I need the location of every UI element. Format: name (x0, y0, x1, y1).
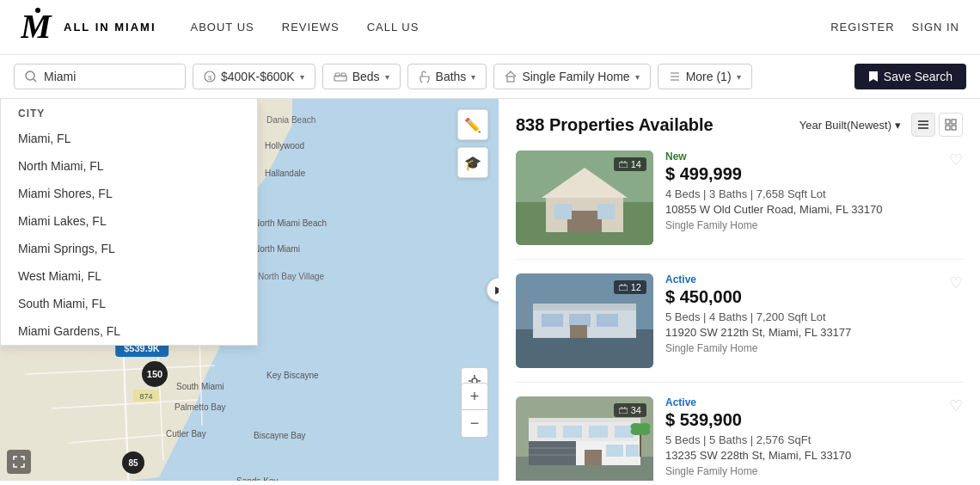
more-filter-button[interactable]: More (1) ▾ (658, 64, 752, 89)
map-zoom-in-button[interactable]: + (461, 383, 488, 410)
list-view-button[interactable] (911, 113, 935, 137)
map-edit-button[interactable]: ✏️ (457, 109, 488, 140)
svg-rect-59 (567, 211, 602, 232)
main-nav: ABOUT US REVIEWS CALL US (191, 21, 420, 34)
property-info-2: Active $ 539,900 5 Beds | 5 Baths | 2,57… (665, 396, 963, 481)
logo: M ALL IN MIAMI (21, 5, 156, 49)
property-address-2: 13235 SW 228th St, Miami, FL 33170 (665, 449, 963, 462)
price-label: $400K-$600K (221, 70, 295, 83)
dollar-icon: $ (204, 71, 216, 83)
grid-view-icon (945, 119, 957, 131)
svg-rect-49 (918, 124, 928, 126)
map-layers-button[interactable]: 🎓 (457, 147, 488, 178)
favorite-button-0[interactable]: ♡ (949, 150, 963, 169)
listings-header: 838 Properties Available Year Built(Newe… (516, 113, 963, 137)
svg-rect-54 (952, 126, 956, 130)
svg-text:$: $ (208, 74, 212, 82)
main-content: City Miami, FL North Miami, FL Miami Sho… (0, 99, 980, 481)
grid-view-button[interactable] (939, 113, 963, 137)
svg-rect-87 (626, 445, 639, 457)
svg-rect-80 (589, 426, 608, 438)
save-search-button[interactable]: Save Search (854, 64, 966, 89)
city-item-2[interactable]: Miami Shores, FL (1, 180, 257, 207)
city-item-5[interactable]: West Miami, FL (1, 262, 257, 290)
svg-rect-86 (606, 445, 623, 457)
svg-text:Hallandale: Hallandale (265, 169, 306, 178)
cluster-marker-85[interactable]: 85 (122, 451, 144, 474)
svg-rect-60 (554, 204, 572, 219)
header-left: M ALL IN MIAMI ABOUT US REVIEWS CALL US (21, 5, 419, 49)
bed-icon (334, 71, 347, 82)
baths-chevron-icon: ▾ (471, 72, 475, 82)
register-button[interactable]: REGISTER (830, 21, 894, 34)
property-info-0: New $ 499,999 4 Beds | 3 Baths | 7,658 S… (665, 150, 963, 245)
price-chevron-icon: ▾ (300, 72, 304, 82)
status-badge-1: Active (665, 273, 963, 285)
home-type-chevron-icon: ▾ (635, 72, 640, 82)
svg-rect-72 (619, 285, 628, 291)
sort-chevron-icon: ▾ (895, 119, 901, 132)
map-fullscreen-button[interactable] (7, 450, 31, 474)
svg-rect-79 (563, 426, 582, 438)
cluster-marker-150[interactable]: 150 (142, 361, 168, 387)
svg-rect-48 (918, 120, 928, 122)
beds-chevron-icon: ▾ (385, 72, 389, 82)
price-filter-button[interactable]: $ $400K-$600K ▾ (193, 64, 315, 89)
city-item-0[interactable]: Miami, FL (1, 125, 257, 152)
nav-reviews[interactable]: REVIEWS (282, 21, 340, 34)
svg-text:South Miami: South Miami (176, 382, 224, 391)
home-type-filter-button[interactable]: Single Family Home ▾ (493, 64, 650, 89)
property-address-1: 11920 SW 212th St, Miami, FL 33177 (665, 326, 963, 339)
svg-rect-62 (619, 163, 628, 168)
city-item-1[interactable]: North Miami, FL (1, 152, 257, 180)
svg-text:874: 874 (139, 392, 152, 401)
search-input[interactable] (44, 70, 156, 83)
map-zoom-controls: + − (461, 383, 488, 438)
nav-about[interactable]: ABOUT US (191, 21, 254, 34)
search-bar: $ $400K-$600K ▾ Beds ▾ Baths ▾ Single Fa… (0, 55, 980, 99)
svg-point-1 (35, 8, 40, 13)
property-details-0: 4 Beds | 3 Baths | 7,658 Sqft Lot (665, 187, 963, 200)
property-image-2[interactable]: 34 (516, 396, 653, 481)
beds-filter-button[interactable]: Beds ▾ (322, 64, 401, 89)
view-toggle (911, 113, 963, 137)
svg-rect-69 (597, 314, 618, 327)
search-input-wrap[interactable] (14, 64, 186, 89)
city-item-7[interactable]: Miami Gardens, FL (1, 317, 257, 345)
svg-text:Key Biscayne: Key Biscayne (266, 371, 319, 380)
logo-icon: M (21, 5, 55, 49)
expand-icon (13, 456, 25, 468)
property-image-0[interactable]: 14 (516, 150, 653, 245)
sort-button[interactable]: Year Built(Newest) ▾ (799, 119, 901, 132)
svg-rect-82 (529, 441, 576, 465)
property-card-0: 14 New $ 499,999 4 Beds | 3 Baths | 7,65… (516, 150, 963, 260)
city-item-6[interactable]: South Miami, FL (1, 290, 257, 317)
property-price-2: $ 539,900 (665, 410, 963, 430)
more-chevron-icon: ▾ (737, 72, 741, 82)
map-zoom-out-button[interactable]: − (461, 410, 488, 438)
favorite-button-1[interactable]: ♡ (949, 273, 963, 292)
city-item-3[interactable]: Miami Lakes, FL (1, 207, 257, 235)
save-search-label: Save Search (884, 70, 952, 83)
city-item-4[interactable]: Miami Springs, FL (1, 235, 257, 262)
favorite-button-2[interactable]: ♡ (949, 396, 963, 415)
bookmark-icon (868, 71, 879, 83)
image-count-2: 34 (614, 403, 646, 417)
svg-rect-91 (619, 408, 628, 414)
image-count-1: 12 (614, 280, 646, 294)
search-icon (25, 71, 37, 83)
nav-call[interactable]: CALL US (367, 21, 420, 34)
home-icon (505, 71, 517, 83)
baths-filter-button[interactable]: Baths ▾ (407, 64, 487, 89)
property-details-2: 5 Beds | 5 Baths | 2,576 SqFt (665, 433, 963, 446)
svg-rect-52 (952, 120, 956, 124)
map-controls: ✏️ 🎓 (457, 109, 488, 178)
signin-button[interactable]: SIGN IN (912, 21, 959, 34)
header: M ALL IN MIAMI ABOUT US REVIEWS CALL US … (0, 0, 980, 55)
property-image-1[interactable]: 12 (516, 273, 653, 368)
home-type-label: Single Family Home (522, 70, 629, 83)
city-dropdown: City Miami, FL North Miami, FL Miami Sho… (0, 99, 258, 346)
svg-text:Sands Key: Sands Key (236, 476, 278, 481)
svg-line-3 (34, 79, 36, 82)
bath-icon (419, 71, 431, 83)
